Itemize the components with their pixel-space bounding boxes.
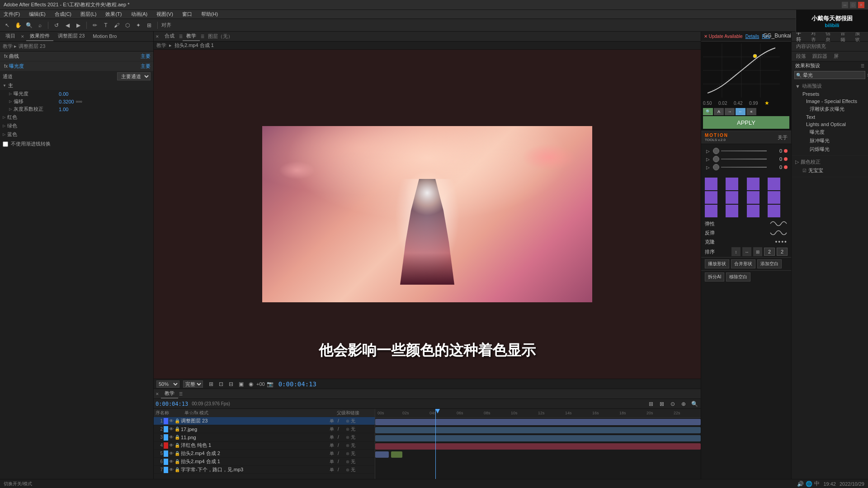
layer-lock-2[interactable]: 🔒 — [175, 427, 180, 432]
viewer-tool-4[interactable]: ▣ — [236, 380, 245, 389]
mt-num-input-2[interactable] — [777, 248, 788, 256]
mt-grid-btn-1[interactable] — [705, 178, 717, 190]
list-item[interactable]: Text — [795, 113, 864, 121]
tab-tracker[interactable]: 跟踪器 — [810, 52, 830, 61]
green-expand[interactable]: ▷ — [3, 124, 5, 128]
menu-view[interactable]: 视图(V) — [155, 10, 175, 19]
lumetri-search-btn[interactable]: 🔍 — [703, 108, 713, 115]
layer-eye-4[interactable]: 👁 — [169, 443, 174, 448]
close-button[interactable]: ✕ — [858, 2, 864, 8]
fx-channel-select[interactable]: 主要通道 — [117, 72, 151, 80]
playhead-line[interactable] — [435, 409, 436, 479]
layer-lock-7[interactable]: 🔒 — [175, 467, 180, 472]
mt-sort-btn-2[interactable]: ↔ — [742, 247, 751, 256]
pen-tool[interactable]: ✏ — [90, 21, 99, 30]
layer-eye-6[interactable]: 👁 — [169, 459, 174, 464]
viewer-tool-1[interactable]: ⊞ — [207, 380, 216, 389]
puppet-tool[interactable]: ⊞ — [145, 21, 154, 30]
viewer-camera[interactable]: 📷 — [266, 380, 275, 389]
table-row[interactable]: 6 👁 🔒 抬头2.mp4 合成 1 单 / ⊙ 无 — [154, 458, 375, 466]
tab-project[interactable]: 项目 — [2, 32, 19, 41]
anim-presets-title[interactable]: ▼ 动画预设 — [795, 82, 864, 90]
comp-menu-icon[interactable]: ☰ — [179, 34, 183, 39]
mt-slider-expand-3[interactable]: ▷ — [705, 164, 711, 170]
layer-solo-6[interactable]: 单 — [330, 459, 337, 465]
layer-lock-4[interactable]: 🔒 — [175, 443, 180, 448]
layer-eye-3[interactable]: 👁 — [169, 435, 174, 440]
mt-slider-dot-red-3[interactable] — [784, 165, 788, 169]
table-row[interactable]: 7 👁 🔒 字字常-下个，路口，见.mp3 单 / ⊙ 无 — [154, 466, 375, 474]
menu-edit[interactable]: 编辑(E) — [27, 10, 47, 19]
select-tool[interactable]: ↖ — [3, 21, 12, 30]
mt-grid-btn-10[interactable] — [726, 205, 738, 217]
mt-playshape-btn[interactable]: 播放形状 — [705, 259, 729, 268]
list-item[interactable]: 浮雕状多次曝光 — [795, 105, 864, 113]
quality-select[interactable]: 完整 — [183, 380, 203, 388]
mt-grid-btn-4[interactable] — [768, 178, 780, 190]
mt-grid-btn-5[interactable] — [705, 191, 717, 204]
lumetri-chevron[interactable]: « — [746, 108, 756, 115]
lumetri-arrow-right[interactable]: → — [725, 108, 735, 115]
apply-button[interactable]: APPLY — [703, 116, 789, 129]
layer-lock-5[interactable]: 🔒 — [175, 451, 180, 456]
tl-btn-4[interactable]: ⊕ — [679, 399, 688, 408]
layer-fx-4[interactable]: / — [338, 443, 345, 448]
jiaoxue-menu-icon[interactable]: ☰ — [201, 34, 204, 39]
back-tool[interactable]: ◀ — [63, 21, 72, 30]
mt-slider-track-2[interactable] — [721, 159, 767, 160]
mt-addspace-btn[interactable]: 添加空白 — [757, 259, 782, 268]
mt-slider-dot-3[interactable] — [713, 164, 719, 170]
mt-moveempty-btn[interactable]: 移除空白 — [726, 272, 750, 282]
tab-comp[interactable]: 合成 — [161, 32, 178, 41]
mt-slider-dot-1[interactable] — [713, 148, 719, 154]
mt-slider-dot-red-1[interactable] — [784, 149, 788, 153]
layer-eye-5[interactable]: 👁 — [169, 451, 174, 456]
mt-slider-dot-2[interactable] — [713, 156, 719, 162]
layer-solo-3[interactable]: 单 — [330, 434, 337, 441]
mt-grid-btn-6[interactable] — [726, 191, 738, 204]
layer-eye-1[interactable]: 👁 — [169, 418, 174, 423]
shape-tool[interactable]: ⬡ — [123, 21, 132, 30]
tab-screen[interactable]: 屏 — [831, 52, 841, 61]
lumetri-arrow-left-blue[interactable]: ← — [736, 108, 745, 115]
lumetri-a-btn[interactable]: A — [714, 108, 724, 115]
menu-help[interactable]: 帮助(H) — [199, 10, 220, 19]
menu-composition[interactable]: 合成(C) — [53, 10, 73, 19]
layer-solo-5[interactable]: 单 — [330, 450, 337, 457]
menu-layer[interactable]: 图层(L) — [79, 10, 98, 19]
tab-motionbro[interactable]: Motion Bro — [89, 33, 120, 41]
mt-grid-btn-3[interactable] — [747, 178, 760, 190]
tl-btn-1[interactable]: ⊞ — [646, 399, 656, 408]
blue-expand[interactable]: ▷ — [3, 132, 5, 136]
list-item[interactable]: Presets — [795, 90, 864, 98]
table-row[interactable]: 3 👁 🔒 11.png 单 / ⊙ 无 — [154, 433, 375, 441]
tab-content-fill[interactable]: 内容识别填充 — [793, 42, 829, 51]
menu-animation[interactable]: 动画(A) — [129, 10, 150, 19]
mt-slider-expand-1[interactable]: ▷ — [705, 148, 711, 154]
details-link[interactable]: Details — [745, 34, 760, 39]
prop-expand-1[interactable]: ▷ — [9, 92, 12, 96]
mt-grid-btn-11[interactable] — [747, 205, 760, 217]
viewer-tool-3[interactable]: ⊟ — [226, 380, 236, 389]
playhead-marker[interactable] — [435, 409, 440, 413]
mt-slider-expand-2[interactable]: ▷ — [705, 156, 711, 162]
mt-grid-btn-12[interactable] — [768, 205, 780, 217]
layer-fx-2[interactable]: / — [338, 427, 345, 432]
mt-about-btn[interactable]: 关于 — [778, 134, 788, 141]
mt-sort-btn-3[interactable]: ⊞ — [753, 247, 762, 256]
star-icon[interactable]: ★ — [764, 100, 769, 106]
layer-lock-6[interactable]: 🔒 — [175, 459, 180, 464]
layer-lock-1[interactable]: 🔒 — [175, 418, 180, 423]
close-project-tab[interactable]: ✕ — [20, 34, 25, 39]
hand-tool[interactable]: ✋ — [14, 21, 23, 30]
search-tool[interactable]: ⌕ — [35, 21, 44, 30]
mt-num-input-1[interactable] — [764, 248, 775, 256]
close-comp-tab[interactable]: ✕ — [156, 34, 159, 39]
table-row[interactable]: 1 👁 🔒 调整图层 23 单 / ⊙ 无 — [154, 417, 375, 425]
mt-grid-btn-8[interactable] — [768, 191, 780, 204]
mt-grid-btn-9[interactable] — [705, 205, 717, 217]
tl-tab-jiaoxue[interactable]: 教学 — [161, 389, 178, 399]
tl-btn-3[interactable]: ⊙ — [668, 399, 677, 408]
layer-fx-1[interactable]: / — [338, 418, 345, 423]
mt-slider-track-1[interactable] — [721, 150, 767, 151]
